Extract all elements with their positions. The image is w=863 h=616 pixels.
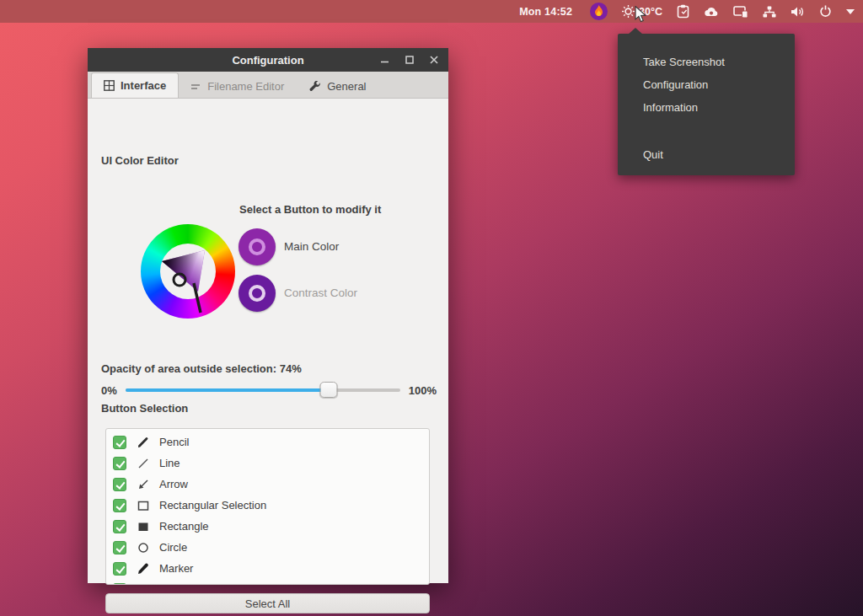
top-panel: Mon 14:52 30°C xyxy=(0,0,863,23)
slider-min-label: 0% xyxy=(101,384,117,397)
network-icon[interactable] xyxy=(763,6,776,18)
menu-item-information[interactable]: Information xyxy=(618,96,795,119)
slider-fill xyxy=(126,388,329,392)
close-button[interactable] xyxy=(426,52,442,67)
clock: Mon 14:52 xyxy=(519,6,572,18)
ring-icon xyxy=(249,285,265,302)
tool-row-arrow[interactable]: Arrow xyxy=(113,474,429,495)
arrow-icon xyxy=(137,478,149,490)
tool-label: Arrow xyxy=(159,478,188,490)
saturation-triangle[interactable] xyxy=(141,224,235,319)
tool-row-partial[interactable] xyxy=(113,579,429,585)
menu-item-take-screenshot[interactable]: Take Screenshot xyxy=(618,51,795,73)
tab-label: Interface xyxy=(121,79,166,92)
checkbox-checked[interactable] xyxy=(113,457,126,470)
checkbox-checked[interactable] xyxy=(113,583,126,586)
opacity-slider[interactable] xyxy=(126,388,400,392)
ring-icon xyxy=(249,238,265,255)
caret-down-icon[interactable] xyxy=(846,9,855,14)
tool-label: Circle xyxy=(159,541,187,554)
select-all-button[interactable]: Select All xyxy=(105,593,430,613)
color-wheel[interactable] xyxy=(141,224,235,319)
line-icon xyxy=(137,457,149,469)
pencil-icon xyxy=(137,436,149,448)
mouse-cursor xyxy=(635,6,647,26)
contrast-color-button[interactable] xyxy=(239,275,276,312)
slider-handle[interactable] xyxy=(320,382,338,398)
tool-row-rectangle[interactable]: Rectangle xyxy=(113,516,429,537)
tool-label: Pencil xyxy=(159,436,189,448)
tool-row-marker[interactable]: Marker xyxy=(113,558,429,579)
titlebar[interactable]: Configuration xyxy=(88,48,448,72)
checkbox-checked[interactable] xyxy=(113,541,126,554)
configuration-window: Configuration Interface xyxy=(88,48,448,583)
tool-label: Rectangular Selection xyxy=(159,499,266,512)
main-color-button[interactable] xyxy=(239,228,276,265)
circle-icon xyxy=(137,541,149,554)
rect-selection-icon xyxy=(137,499,149,512)
volume-icon[interactable] xyxy=(791,6,805,18)
devices-icon[interactable] xyxy=(733,6,748,18)
tool-row-rectangular-selection[interactable]: Rectangular Selection xyxy=(113,495,429,516)
select-all-label: Select All xyxy=(245,597,290,610)
checkbox-checked[interactable] xyxy=(113,499,126,512)
tool-row-pencil[interactable]: Pencil xyxy=(113,431,429,453)
sun-icon xyxy=(622,5,635,18)
slider-max-label: 100% xyxy=(409,384,437,397)
opacity-label: Opacity of area outside selection: 74% xyxy=(101,362,302,375)
power-icon[interactable] xyxy=(819,5,832,18)
minimize-button[interactable] xyxy=(378,52,393,67)
tool-row-circle[interactable]: Circle xyxy=(113,537,429,558)
interface-icon xyxy=(104,80,115,91)
app-indicator-icon[interactable] xyxy=(704,6,719,18)
tool-row-line[interactable]: Line xyxy=(113,453,429,474)
flameshot-tray-icon[interactable] xyxy=(590,3,608,20)
menu-item-configuration[interactable]: Configuration xyxy=(618,73,795,96)
wrench-icon xyxy=(309,81,321,93)
checkbox-checked[interactable] xyxy=(113,520,126,533)
flameshot-tray-menu: Take Screenshot Configuration Informatio… xyxy=(618,34,795,175)
color-editor-heading: UI Color Editor xyxy=(101,154,179,167)
tool-label: Rectangle xyxy=(159,520,209,533)
button-selection-list[interactable]: Pencil Line Arrow xyxy=(105,428,430,585)
menu-item-quit[interactable]: Quit xyxy=(618,143,795,166)
main-color-label: Main Color xyxy=(284,240,339,253)
checkbox-checked[interactable] xyxy=(113,562,126,576)
tool-label: Line xyxy=(159,457,180,469)
checkbox-checked[interactable] xyxy=(113,436,126,449)
tab-interface[interactable]: Interface xyxy=(91,72,179,98)
tab-label: General xyxy=(327,80,366,93)
tab-general[interactable]: General xyxy=(297,74,378,98)
interface-tab-content: UI Color Editor xyxy=(88,99,448,583)
maximize-button[interactable] xyxy=(402,52,417,67)
marker-icon xyxy=(137,562,149,575)
filename-editor-icon xyxy=(191,83,201,90)
tab-bar: Interface Filename Editor General xyxy=(88,72,448,99)
rectangle-icon xyxy=(137,520,149,533)
clipboard-icon[interactable] xyxy=(677,4,689,19)
select-button-hint: Select a Button to modify it xyxy=(239,203,381,216)
checkbox-checked[interactable] xyxy=(113,478,126,491)
contrast-color-label: Contrast Color xyxy=(284,287,357,299)
tool-label: Marker xyxy=(159,562,193,575)
tab-label: Filename Editor xyxy=(207,80,284,93)
button-selection-heading: Button Selection xyxy=(101,402,188,415)
tab-filename-editor[interactable]: Filename Editor xyxy=(179,74,297,98)
